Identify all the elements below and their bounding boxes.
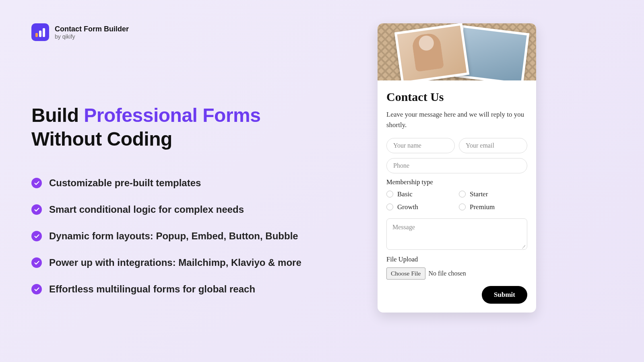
radio-icon <box>386 191 393 197</box>
radio-option-growth[interactable]: Growth <box>386 203 455 211</box>
feature-text: Smart conditional logic for complex need… <box>49 204 244 215</box>
submit-button[interactable]: Submit <box>482 286 527 304</box>
feature-item: Power up with integrations: Mailchimp, K… <box>31 257 361 268</box>
check-icon <box>31 178 42 188</box>
feature-text: Effortless multilingual forms for global… <box>49 284 255 295</box>
radio-option-starter[interactable]: Starter <box>459 190 527 198</box>
membership-label: Membership type <box>386 178 527 186</box>
message-placeholder: Message <box>392 224 415 230</box>
form-hero-image <box>378 23 536 80</box>
radio-label: Growth <box>397 203 418 211</box>
file-status-text: No file chosen <box>429 270 466 277</box>
form-title: Contact Us <box>386 90 527 104</box>
brand-header: Contact Form Builder by qikify <box>31 23 129 41</box>
radio-icon <box>459 204 466 210</box>
feature-list: Customizable pre-built templates Smart c… <box>31 177 361 295</box>
check-icon <box>31 231 42 241</box>
brand-byline: by qikify <box>55 33 129 40</box>
hero-section: Build Professional Forms Without Coding … <box>31 104 361 295</box>
feature-item: Customizable pre-built templates <box>31 177 361 189</box>
brand-logo-icon <box>31 23 49 41</box>
feature-item: Effortless multilingual forms for global… <box>31 284 361 295</box>
headline-part1: Build <box>31 105 84 126</box>
resize-handle-icon[interactable] <box>522 244 526 248</box>
check-icon <box>31 257 42 268</box>
radio-icon <box>386 204 393 210</box>
brand-title: Contact Form Builder <box>55 25 129 33</box>
radio-option-premium[interactable]: Premium <box>459 203 527 211</box>
phone-input[interactable]: Phone <box>386 158 527 173</box>
membership-options: Basic Starter Growth Premium <box>386 190 527 211</box>
form-description: Leave your message here and we will repl… <box>386 109 527 131</box>
headline: Build Professional Forms Without Coding <box>31 104 361 151</box>
headline-part2: Without Coding <box>31 128 172 150</box>
file-upload-label: File Upload <box>386 255 527 263</box>
radio-label: Premium <box>470 203 495 211</box>
feature-item: Smart conditional logic for complex need… <box>31 204 361 215</box>
radio-label: Basic <box>397 190 413 198</box>
feature-text: Dynamic form layouts: Popup, Embed, Butt… <box>49 230 298 242</box>
email-input[interactable]: Your email <box>459 138 527 153</box>
radio-option-basic[interactable]: Basic <box>386 190 455 198</box>
name-input[interactable]: Your name <box>386 138 455 153</box>
feature-text: Power up with integrations: Mailchimp, K… <box>49 257 301 268</box>
check-icon <box>31 284 42 294</box>
choose-file-button[interactable]: Choose File <box>386 267 425 280</box>
message-textarea[interactable]: Message <box>386 218 527 250</box>
headline-accent: Professional Forms <box>84 105 260 126</box>
feature-text: Customizable pre-built templates <box>49 177 201 189</box>
feature-item: Dynamic form layouts: Popup, Embed, Butt… <box>31 230 361 242</box>
check-icon <box>31 204 42 215</box>
radio-label: Starter <box>470 190 488 198</box>
form-preview-card: Contact Us Leave your message here and w… <box>378 23 536 313</box>
radio-icon <box>459 191 466 197</box>
